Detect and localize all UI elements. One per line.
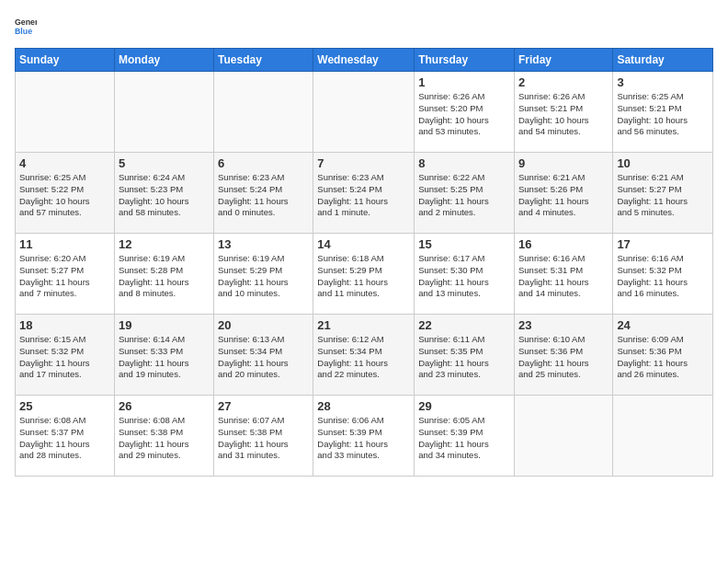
day-number: 11 <box>19 237 110 251</box>
day-header-saturday: Saturday <box>613 49 713 72</box>
day-number: 19 <box>119 318 210 332</box>
calendar-cell: 14Sunrise: 6:18 AM Sunset: 5:29 PM Dayli… <box>313 234 415 315</box>
day-number: 13 <box>218 237 309 251</box>
day-info: Sunrise: 6:23 AM Sunset: 5:24 PM Dayligh… <box>317 172 410 219</box>
day-number: 17 <box>617 237 709 251</box>
calendar-cell: 9Sunrise: 6:21 AM Sunset: 5:26 PM Daylig… <box>514 153 612 234</box>
day-info: Sunrise: 6:09 AM Sunset: 5:36 PM Dayligh… <box>617 334 709 381</box>
calendar-cell <box>313 72 415 153</box>
day-info: Sunrise: 6:23 AM Sunset: 5:24 PM Dayligh… <box>218 172 309 219</box>
calendar-cell: 28Sunrise: 6:06 AM Sunset: 5:39 PM Dayli… <box>313 396 415 477</box>
day-info: Sunrise: 6:19 AM Sunset: 5:29 PM Dayligh… <box>218 253 309 300</box>
page: General Blue SundayMondayTuesdayWednesda… <box>0 0 728 563</box>
calendar-cell: 25Sunrise: 6:08 AM Sunset: 5:37 PM Dayli… <box>16 396 115 477</box>
day-number: 8 <box>418 156 510 170</box>
calendar-cell: 24Sunrise: 6:09 AM Sunset: 5:36 PM Dayli… <box>613 315 713 396</box>
day-number: 2 <box>518 75 609 89</box>
day-header-sunday: Sunday <box>16 49 115 72</box>
svg-text:Blue: Blue <box>15 27 32 36</box>
calendar-cell: 1Sunrise: 6:26 AM Sunset: 5:20 PM Daylig… <box>415 72 515 153</box>
calendar-cell: 27Sunrise: 6:07 AM Sunset: 5:38 PM Dayli… <box>214 396 313 477</box>
day-number: 1 <box>418 75 510 89</box>
day-header-monday: Monday <box>114 49 213 72</box>
calendar-cell <box>16 72 115 153</box>
calendar-cell <box>214 72 313 153</box>
calendar-cell: 12Sunrise: 6:19 AM Sunset: 5:28 PM Dayli… <box>114 234 213 315</box>
calendar-cell: 17Sunrise: 6:16 AM Sunset: 5:32 PM Dayli… <box>613 234 713 315</box>
day-info: Sunrise: 6:08 AM Sunset: 5:38 PM Dayligh… <box>119 415 210 462</box>
day-number: 16 <box>518 237 609 251</box>
day-number: 25 <box>19 399 110 413</box>
calendar-cell: 19Sunrise: 6:14 AM Sunset: 5:33 PM Dayli… <box>114 315 213 396</box>
calendar-cell: 3Sunrise: 6:25 AM Sunset: 5:21 PM Daylig… <box>613 72 713 153</box>
calendar-header-row: SundayMondayTuesdayWednesdayThursdayFrid… <box>16 49 713 72</box>
calendar-cell: 6Sunrise: 6:23 AM Sunset: 5:24 PM Daylig… <box>214 153 313 234</box>
calendar-cell: 11Sunrise: 6:20 AM Sunset: 5:27 PM Dayli… <box>16 234 115 315</box>
day-info: Sunrise: 6:21 AM Sunset: 5:27 PM Dayligh… <box>617 172 709 219</box>
day-info: Sunrise: 6:10 AM Sunset: 5:36 PM Dayligh… <box>518 334 609 381</box>
calendar-cell: 5Sunrise: 6:24 AM Sunset: 5:23 PM Daylig… <box>114 153 213 234</box>
day-number: 3 <box>617 75 709 89</box>
day-info: Sunrise: 6:08 AM Sunset: 5:37 PM Dayligh… <box>19 415 110 462</box>
day-number: 4 <box>19 156 110 170</box>
day-info: Sunrise: 6:07 AM Sunset: 5:38 PM Dayligh… <box>218 415 309 462</box>
calendar-cell: 2Sunrise: 6:26 AM Sunset: 5:21 PM Daylig… <box>514 72 612 153</box>
day-info: Sunrise: 6:06 AM Sunset: 5:39 PM Dayligh… <box>317 415 410 462</box>
day-info: Sunrise: 6:19 AM Sunset: 5:28 PM Dayligh… <box>119 253 210 300</box>
calendar-cell: 10Sunrise: 6:21 AM Sunset: 5:27 PM Dayli… <box>613 153 713 234</box>
day-number: 20 <box>218 318 309 332</box>
day-number: 6 <box>218 156 309 170</box>
calendar-week-3: 18Sunrise: 6:15 AM Sunset: 5:32 PM Dayli… <box>16 315 713 396</box>
day-info: Sunrise: 6:24 AM Sunset: 5:23 PM Dayligh… <box>119 172 210 219</box>
day-info: Sunrise: 6:20 AM Sunset: 5:27 PM Dayligh… <box>19 253 110 300</box>
day-info: Sunrise: 6:18 AM Sunset: 5:29 PM Dayligh… <box>317 253 410 300</box>
day-number: 26 <box>119 399 210 413</box>
day-info: Sunrise: 6:15 AM Sunset: 5:32 PM Dayligh… <box>19 334 110 381</box>
calendar-cell: 23Sunrise: 6:10 AM Sunset: 5:36 PM Dayli… <box>514 315 612 396</box>
calendar-cell: 21Sunrise: 6:12 AM Sunset: 5:34 PM Dayli… <box>313 315 415 396</box>
day-info: Sunrise: 6:26 AM Sunset: 5:21 PM Dayligh… <box>518 91 609 138</box>
day-number: 10 <box>617 156 709 170</box>
day-number: 12 <box>119 237 210 251</box>
day-info: Sunrise: 6:26 AM Sunset: 5:20 PM Dayligh… <box>418 91 510 138</box>
day-header-friday: Friday <box>514 49 612 72</box>
day-number: 5 <box>119 156 210 170</box>
day-number: 18 <box>19 318 110 332</box>
day-info: Sunrise: 6:25 AM Sunset: 5:22 PM Dayligh… <box>19 172 110 219</box>
day-info: Sunrise: 6:14 AM Sunset: 5:33 PM Dayligh… <box>119 334 210 381</box>
calendar-cell <box>114 72 213 153</box>
svg-text:General: General <box>15 17 37 27</box>
calendar-table: SundayMondayTuesdayWednesdayThursdayFrid… <box>15 48 713 477</box>
calendar-week-1: 4Sunrise: 6:25 AM Sunset: 5:22 PM Daylig… <box>16 153 713 234</box>
day-number: 21 <box>317 318 410 332</box>
day-info: Sunrise: 6:11 AM Sunset: 5:35 PM Dayligh… <box>418 334 510 381</box>
day-number: 28 <box>317 399 410 413</box>
logo-icon: General Blue <box>15 15 37 37</box>
day-header-wednesday: Wednesday <box>313 49 415 72</box>
day-number: 7 <box>317 156 410 170</box>
calendar-cell <box>514 396 612 477</box>
calendar-cell: 16Sunrise: 6:16 AM Sunset: 5:31 PM Dayli… <box>514 234 612 315</box>
calendar-cell: 18Sunrise: 6:15 AM Sunset: 5:32 PM Dayli… <box>16 315 115 396</box>
day-number: 15 <box>418 237 510 251</box>
logo: General Blue <box>15 15 40 37</box>
day-info: Sunrise: 6:17 AM Sunset: 5:30 PM Dayligh… <box>418 253 510 300</box>
day-info: Sunrise: 6:16 AM Sunset: 5:32 PM Dayligh… <box>617 253 709 300</box>
day-header-tuesday: Tuesday <box>214 49 313 72</box>
day-number: 27 <box>218 399 309 413</box>
calendar-cell: 13Sunrise: 6:19 AM Sunset: 5:29 PM Dayli… <box>214 234 313 315</box>
calendar-week-4: 25Sunrise: 6:08 AM Sunset: 5:37 PM Dayli… <box>16 396 713 477</box>
calendar-cell: 20Sunrise: 6:13 AM Sunset: 5:34 PM Dayli… <box>214 315 313 396</box>
header: General Blue <box>15 15 713 37</box>
day-info: Sunrise: 6:12 AM Sunset: 5:34 PM Dayligh… <box>317 334 410 381</box>
day-number: 23 <box>518 318 609 332</box>
calendar-cell: 26Sunrise: 6:08 AM Sunset: 5:38 PM Dayli… <box>114 396 213 477</box>
day-header-thursday: Thursday <box>415 49 515 72</box>
calendar-week-0: 1Sunrise: 6:26 AM Sunset: 5:20 PM Daylig… <box>16 72 713 153</box>
day-number: 29 <box>418 399 510 413</box>
day-info: Sunrise: 6:22 AM Sunset: 5:25 PM Dayligh… <box>418 172 510 219</box>
calendar-cell: 7Sunrise: 6:23 AM Sunset: 5:24 PM Daylig… <box>313 153 415 234</box>
day-info: Sunrise: 6:13 AM Sunset: 5:34 PM Dayligh… <box>218 334 309 381</box>
day-number: 9 <box>518 156 609 170</box>
calendar-cell <box>613 396 713 477</box>
